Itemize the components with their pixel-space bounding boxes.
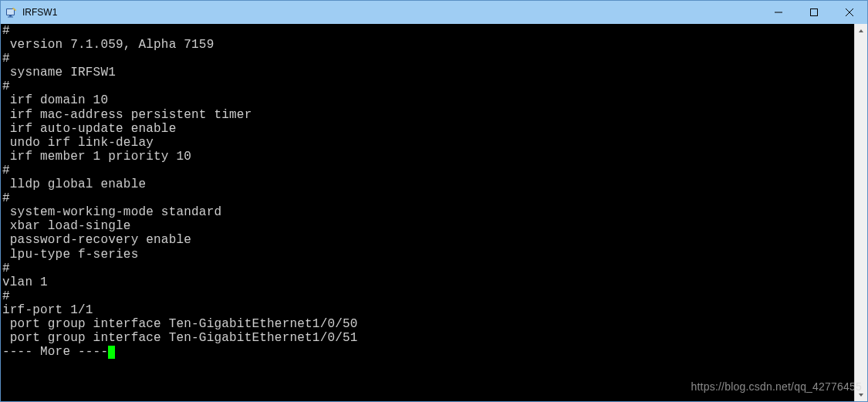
terminal-line: sysname IRFSW1 (2, 66, 853, 79)
terminal-line: irf mac-address persistent timer (2, 108, 853, 122)
terminal-line: xbar load-single (2, 219, 853, 233)
window-controls (761, 1, 867, 24)
terminal-line: port group interface Ten-GigabitEthernet… (2, 317, 853, 331)
client-area: # version 7.1.059, Alpha 7159# sysname I… (1, 24, 867, 401)
terminal[interactable]: # version 7.1.059, Alpha 7159# sysname I… (1, 24, 854, 401)
terminal-line: irf domain 10 (2, 93, 853, 107)
window-title: IRFSW1 (22, 7, 57, 18)
maximize-button[interactable] (796, 1, 832, 24)
terminal-line: port group interface Ten-GigabitEthernet… (2, 331, 853, 345)
terminal-line: # (2, 191, 853, 205)
vertical-scrollbar[interactable] (854, 24, 867, 401)
terminal-line: irf member 1 priority 10 (2, 150, 853, 164)
titlebar[interactable]: IRFSW1 (1, 1, 867, 24)
cursor (108, 346, 115, 359)
putty-window: IRFSW1 # version 7.1.059, Alpha 7159# sy… (0, 0, 868, 402)
terminal-line: irf auto-update enable (2, 122, 853, 136)
more-prompt-line: ---- More ---- (2, 345, 853, 359)
terminal-line: # (2, 24, 853, 38)
terminal-line: # (2, 52, 853, 66)
svg-rect-1 (7, 9, 14, 15)
terminal-line: lpu-type f-series (2, 248, 853, 262)
scroll-down-button[interactable] (855, 388, 867, 401)
close-button[interactable] (832, 1, 867, 24)
terminal-line: undo irf link-delay (2, 136, 853, 150)
svg-rect-2 (9, 15, 12, 17)
terminal-line: irf-port 1/1 (2, 303, 853, 317)
putty-icon (5, 6, 18, 19)
terminal-line: # (2, 262, 853, 275)
svg-rect-3 (8, 17, 13, 18)
scrollbar-track[interactable] (855, 37, 867, 388)
terminal-line: # (2, 164, 853, 177)
terminal-line: vlan 1 (2, 275, 853, 289)
terminal-line: version 7.1.059, Alpha 7159 (2, 38, 853, 52)
minimize-button[interactable] (761, 1, 796, 24)
terminal-line: password-recovery enable (2, 233, 853, 247)
terminal-line: system-working-mode standard (2, 205, 853, 219)
terminal-line: # (2, 79, 853, 93)
scroll-up-button[interactable] (855, 24, 867, 37)
terminal-line: # (2, 289, 853, 303)
terminal-line: lldp global enable (2, 177, 853, 191)
svg-rect-5 (811, 9, 818, 16)
more-prompt: ---- More ---- (2, 345, 108, 359)
